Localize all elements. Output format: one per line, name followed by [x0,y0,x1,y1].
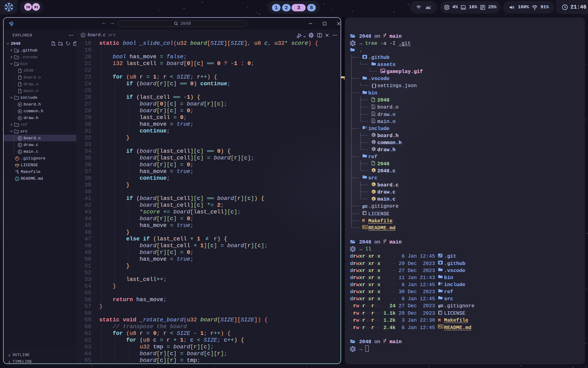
svg-text:C: C [373,197,375,201]
svg-text:H: H [19,103,21,106]
svg-text:C: C [373,190,375,194]
svg-text:C: C [373,183,375,186]
svg-text:C: C [373,148,375,151]
svg-text:10: 10 [372,107,374,109]
svg-text:C: C [373,141,375,144]
svg-text:C: C [82,34,84,37]
svg-text:C: C [19,137,21,140]
svg-text:H: H [19,110,21,113]
svg-text:10: 10 [372,121,374,123]
svg-text:C: C [373,134,375,137]
svg-text:H: H [19,117,21,120]
svg-text:C: C [19,144,21,147]
svg-text:10: 10 [372,114,374,116]
svg-text:C: C [19,151,21,154]
svg-text:C: C [373,169,375,172]
